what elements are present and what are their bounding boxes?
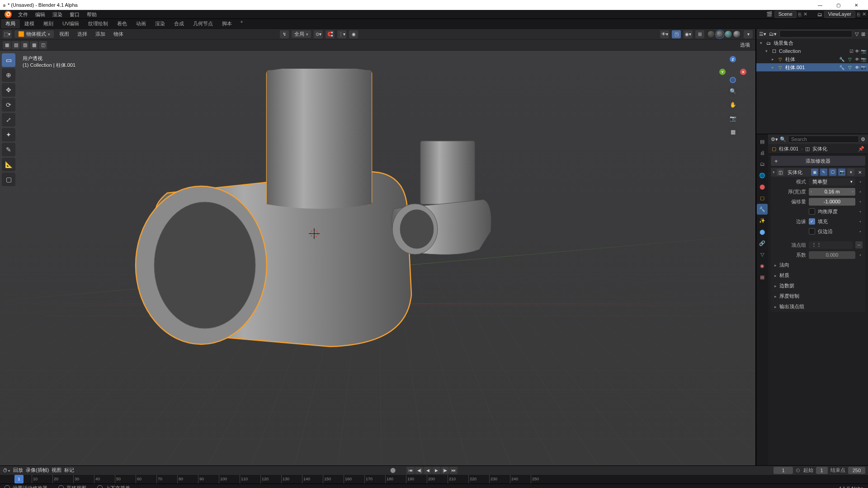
current-frame-field[interactable]: 1 [774,467,793,474]
tab-uvedit[interactable]: UV编辑 [58,19,84,28]
pivot-selector[interactable]: ⊙▾ [314,30,323,38]
shading-wireframe[interactable] [707,30,715,38]
breadcrumb-obj[interactable]: 柱体.001 [779,145,798,152]
menu-window[interactable]: 窗口 [66,10,83,19]
timeline-ruler[interactable]: 1 10203040506070809010011012013014015016… [0,475,868,484]
window-close-button[interactable]: ✕ [847,0,865,10]
selmode-1[interactable]: ▦ [3,41,11,49]
offset-field[interactable]: -1.0000 [809,198,855,206]
outliner-collection[interactable]: ▾☐ Collection ☑👁📷 [756,47,868,55]
outliner-item-cylinder001[interactable]: ▸▽ 柱体.001 🔧 ▽ 👁📷 [756,63,868,71]
factor-field[interactable]: 0.000 [809,251,855,259]
tl-menu-view[interactable]: 视图 [52,467,61,474]
start-frame-field[interactable]: 1 [816,467,828,474]
tab-render[interactable]: 渲染 [151,19,170,28]
3d-viewport[interactable]: 用户透视 (1) Collection | 柱体.001 [0,51,755,465]
play-button[interactable]: ▶ [432,467,440,474]
menu-render[interactable]: 渲染 [49,10,66,19]
snap-toggle[interactable]: 🧲 [326,30,335,38]
rotate-tool[interactable]: ⟳ [2,98,15,112]
outliner-editor-icon[interactable]: ☰▾ [759,31,766,37]
orientation-field[interactable]: 全局 [292,30,311,38]
tl-menu-playback[interactable]: 回放 [13,467,23,474]
mode-selector[interactable]: 🟧 物体模式 [14,30,54,38]
viewlayer-delete-icon[interactable]: ✕ [862,11,866,17]
mod-show-edit[interactable]: ✎ [820,169,827,176]
subpanel-outputvg[interactable]: 输出顶点组 [771,301,865,312]
ptab-physics[interactable]: ⬤ [757,226,768,237]
modifier-header[interactable]: ▾ ◫ 实体化 ▣ ✎ 🖵 📷 ▾ ✕ [771,168,865,177]
selmode-2[interactable]: ▧ [12,41,20,49]
end-frame-field[interactable]: 250 [848,467,865,474]
mod-extras[interactable]: ▾ [847,169,854,176]
preview-range-icon[interactable]: ⏲ [796,468,801,473]
ptab-material[interactable]: ◉ [757,260,768,271]
solidify-mode-select[interactable]: 简单型 ▾ [809,178,855,186]
move-tool[interactable]: ✥ [2,83,15,97]
outliner-search-input[interactable] [779,30,852,38]
thickness-field[interactable]: ‹0.16 m› [809,188,855,196]
scene-delete-icon[interactable]: ✕ [803,11,807,17]
camera-view-button[interactable]: 📷 [727,113,738,124]
pan-button[interactable]: ✋ [727,99,738,110]
scene-name-field[interactable]: Scene [774,11,797,18]
cursor-tool[interactable]: ⊕ [2,68,15,82]
shading-matpreview[interactable] [724,30,732,38]
ptab-render[interactable]: ▤ [757,136,768,147]
mod-show-cage[interactable]: ▣ [811,169,818,176]
shading-rendered[interactable] [733,30,741,38]
mod-show-render[interactable]: 📷 [838,169,845,176]
object-visibility[interactable]: 👁▾ [660,30,669,38]
show-gizmos[interactable]: ◳ [672,30,681,38]
pin-icon[interactable]: 📌 [858,146,864,152]
subpanel-thickclamp[interactable]: 厚度钳制 [771,291,865,301]
outliner-filter-button[interactable]: ▽ [855,31,859,37]
viewlayer-name-field[interactable]: ViewLayer [824,11,855,18]
annotate-tool[interactable]: ✎ [2,143,15,156]
ptab-world[interactable]: ⬤ [757,181,768,192]
even-thickness-checkbox[interactable] [809,208,815,215]
subpanel-materials[interactable]: 材质 [771,270,865,281]
transform-tool[interactable]: ✦ [2,128,15,141]
tab-script[interactable]: 脚本 [217,19,236,28]
workspace-add-button[interactable]: + [236,19,246,28]
autokey-icon[interactable]: ⬤ [390,467,396,473]
tab-compositing[interactable]: 合成 [170,19,189,28]
editor-type-selector[interactable]: ⬚▾ [3,30,12,38]
add-cube-tool[interactable]: ▢ [2,173,15,186]
ptab-scene[interactable]: 🌐 [757,170,768,181]
add-modifier-button[interactable]: 添加修改器 [771,156,865,166]
scene-browse-icon[interactable]: 🎬 [766,11,773,17]
measure-tool[interactable]: 📐 [2,158,15,171]
tab-texpaint[interactable]: 纹理绘制 [84,19,113,28]
window-maximize-button[interactable]: ▢ [829,0,847,10]
keyframe-next-button[interactable]: |▶ [441,467,449,474]
rim-fill-checkbox[interactable]: ✓ [809,218,815,225]
axis-y[interactable]: Y [719,69,726,75]
ptab-object[interactable]: ▢ [757,192,768,203]
options-dropdown[interactable]: 选项 [737,41,753,49]
keyframe-prev-button[interactable]: ◀| [415,467,423,474]
selmode-5[interactable]: ◫ [39,41,47,49]
tl-menu-marker[interactable]: 标记 [64,467,74,474]
vgroup-invert-button[interactable]: ↔ [855,241,863,249]
tl-menu-keying[interactable]: 录像(插帧) [26,467,49,474]
outliner-display-mode[interactable]: 🗂▾ [769,31,777,37]
timeline-editor-icon[interactable]: ⏱▾ [3,468,10,473]
jump-end-button[interactable]: ⏭ [449,467,458,474]
selmode-4[interactable]: ▩ [30,41,38,49]
mod-show-viewport[interactable]: 🖵 [829,169,836,176]
playhead[interactable]: 1 [14,475,24,484]
menu-help[interactable]: 帮助 [83,10,100,19]
snap-type[interactable]: ⋮▾ [337,30,346,38]
subpanel-edgedata[interactable]: 边数据 [771,281,865,291]
vp-menu-select[interactable]: 选择 [75,30,90,38]
vgroup-field[interactable]: ⋮⋮ [809,241,853,249]
zoom-button[interactable]: 🔍 [727,86,738,97]
prop-editor-icon[interactable]: ⚙▾ [771,136,778,142]
proportional-edit[interactable]: ◉ [349,30,358,38]
outliner-item-cylinder[interactable]: ▸▽ 柱体 🔧 ▽ 👁📷 [756,55,868,63]
tab-anim[interactable]: 动画 [132,19,151,28]
shading-solid[interactable] [716,30,724,38]
scale-tool[interactable]: ⤢ [2,113,15,127]
